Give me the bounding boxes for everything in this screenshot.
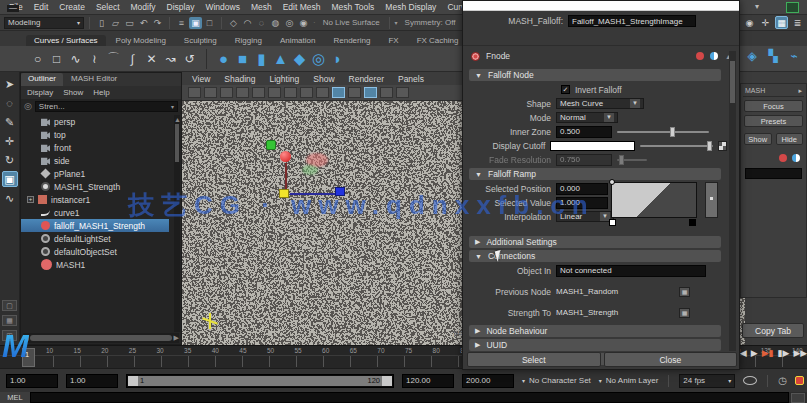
viewport-menu-item[interactable]: View (192, 74, 210, 84)
live-surface-field[interactable]: No Live Surface (319, 18, 384, 27)
menu-item[interactable]: Display (162, 2, 200, 12)
resolution-gate-icon[interactable] (332, 87, 345, 98)
script-editor-icon[interactable] (791, 393, 805, 403)
outliner-item[interactable]: + falloff_MASH1_Strength (21, 219, 169, 232)
expand-icon[interactable]: + (27, 196, 34, 203)
next-key-icon[interactable]: ▮▶ (778, 348, 790, 358)
red-toggle-icon[interactable] (779, 154, 787, 162)
rotate-tool-icon[interactable]: ↻ (2, 152, 18, 168)
disc-icon[interactable]: ◗ (328, 49, 347, 69)
ramp-white-handle[interactable] (609, 219, 616, 226)
bookmarks-icon[interactable] (236, 87, 249, 98)
inner-zone-field[interactable]: 0.500 (556, 126, 612, 138)
ramp-side-bar[interactable] (705, 182, 718, 218)
select-hierarchy-icon[interactable]: ≡ (175, 17, 188, 29)
outliner-menu-item[interactable]: Show (63, 88, 83, 97)
attribute-editor-icon[interactable]: ▦ (775, 16, 788, 29)
scale-tool-icon[interactable]: ▣ (2, 171, 18, 187)
symmetry-dropdown[interactable]: Symmetry: Off (401, 18, 460, 27)
save-scene-icon[interactable]: ▭ (123, 17, 136, 29)
shelf-tab[interactable]: Rendering (325, 35, 378, 46)
copy-tab-button[interactable]: Copy Tab (742, 323, 804, 338)
display-cutoff-swatch[interactable] (550, 141, 634, 151)
character-set-dropdown[interactable]: ▾ No Character Set (522, 374, 591, 388)
anim-start-field[interactable]: 1.00 (6, 374, 58, 388)
selected-position-field[interactable]: 0.000 (556, 183, 608, 195)
outliner-menu-item[interactable]: Display (27, 88, 53, 97)
pencil-curve-icon[interactable]: ∫ (123, 49, 142, 69)
section-connections[interactable]: ▼ Connections (469, 250, 721, 262)
make-live-icon[interactable]: ◉ (297, 17, 310, 29)
shelf-tab[interactable]: Curves / Surfaces (26, 35, 106, 46)
play-backwards-icon[interactable]: ◀ (740, 348, 747, 358)
outliner-item[interactable]: + defaultLightSet (21, 232, 169, 245)
section-falloff-ramp[interactable]: ▼ Falloff Ramp (469, 168, 721, 180)
shelf-tab[interactable]: FX Caching (409, 35, 467, 46)
command-input[interactable] (30, 392, 789, 403)
safe-action-icon[interactable] (380, 87, 393, 98)
four-pane-layout-icon[interactable]: ▦ (2, 315, 17, 326)
step-forward-icon[interactable]: ▶▮ (762, 348, 774, 358)
smooth-curve-icon[interactable]: ↺ (180, 49, 199, 69)
outliner-item[interactable]: + top (21, 128, 169, 141)
auto-key-icon[interactable] (743, 376, 757, 385)
red-toggle-icon[interactable] (696, 52, 704, 60)
search-input[interactable]: Stren... ▾ (35, 101, 178, 112)
shelf-tab[interactable]: FX (380, 35, 406, 46)
section-falloff-node[interactable]: ▼ Falloff Node (469, 69, 721, 81)
lasso-tool-icon[interactable]: ◌ (2, 95, 18, 111)
menu-item[interactable]: Edit (29, 2, 54, 12)
plane-icon[interactable]: ◆ (290, 49, 309, 69)
attach-curve-icon[interactable]: ↝ (161, 49, 180, 69)
node-name-field[interactable]: Falloff_MASH1_StrengthImage (568, 15, 696, 27)
snap-projected-center-icon[interactable]: ◍ (269, 17, 282, 29)
invert-falloff-checkbox[interactable]: ✓ (561, 85, 570, 94)
cone-icon[interactable]: ▲ (271, 49, 290, 69)
menu-item[interactable]: Modify (126, 2, 161, 12)
outliner-item[interactable]: + instancer1 (21, 193, 169, 206)
cut-curve-icon[interactable]: ✕ (142, 49, 161, 69)
ramp-point-handle[interactable] (609, 179, 615, 185)
torus-icon[interactable]: ◎ (309, 49, 328, 69)
outliner-item[interactable]: + defaultObjectSet (21, 245, 169, 258)
blue-toggle-icon[interactable] (710, 52, 718, 60)
move-tool-icon[interactable]: ✛ (2, 133, 18, 149)
safe-title-icon[interactable] (396, 87, 409, 98)
range-start-handle[interactable] (128, 376, 138, 386)
menu-item[interactable]: Mesh Display (380, 2, 441, 12)
2d-pan-zoom-icon[interactable] (268, 87, 281, 98)
section-node-behaviour[interactable]: ▶ Node Behaviour (469, 325, 721, 337)
ramp-black-handle[interactable] (689, 219, 696, 226)
new-scene-icon[interactable]: ▯ (95, 17, 108, 29)
menu-item[interactable]: Create (54, 2, 90, 12)
cube-icon[interactable]: ■ (233, 49, 252, 69)
outliner-menu-item[interactable]: Help (93, 88, 109, 97)
select-tool-icon[interactable]: ➤ (2, 76, 18, 92)
anim-end-field[interactable]: 200.00 (462, 374, 514, 388)
presets-button[interactable]: Presets (744, 115, 803, 127)
inner-zone-slider[interactable] (617, 131, 709, 133)
ramp-preview[interactable] (611, 182, 697, 218)
last-tool-icon[interactable]: ∿ (2, 190, 18, 206)
cylinder-icon[interactable]: ▮ (252, 49, 271, 69)
playback-end-field[interactable]: 120.00 (402, 374, 454, 388)
chevron-right-icon[interactable]: ▸ (798, 87, 802, 95)
square-tool-icon[interactable]: □ (47, 49, 66, 69)
undo-icon[interactable]: ↶ (137, 17, 150, 29)
redo-icon[interactable]: ↷ (151, 17, 164, 29)
display-cutoff-slider[interactable] (640, 145, 713, 147)
chevron-down-icon[interactable]: ▾ (395, 19, 398, 26)
section-additional-settings[interactable]: ▶ Additional Settings (469, 236, 721, 248)
range-end-handle[interactable] (382, 376, 392, 386)
snap-point-icon[interactable]: ◌ (255, 17, 268, 29)
menu-item[interactable]: Edit Mesh (278, 2, 326, 12)
interpolation-dropdown[interactable]: Linear ▼ (556, 211, 614, 222)
grid-icon[interactable] (300, 87, 313, 98)
close-button[interactable]: Close (604, 352, 738, 367)
outliner-item[interactable]: + MASH1_Strength (21, 180, 169, 193)
viewport-menu-item[interactable]: Shading (224, 74, 255, 84)
blue-toggle-icon[interactable] (792, 154, 800, 162)
paint-select-tool-icon[interactable]: ✎ (2, 114, 18, 130)
lock-camera-icon[interactable] (204, 87, 217, 98)
falloff-attribute-window[interactable]: MASH_Falloff: Falloff_MASH1_StrengthImag… (462, 0, 740, 370)
